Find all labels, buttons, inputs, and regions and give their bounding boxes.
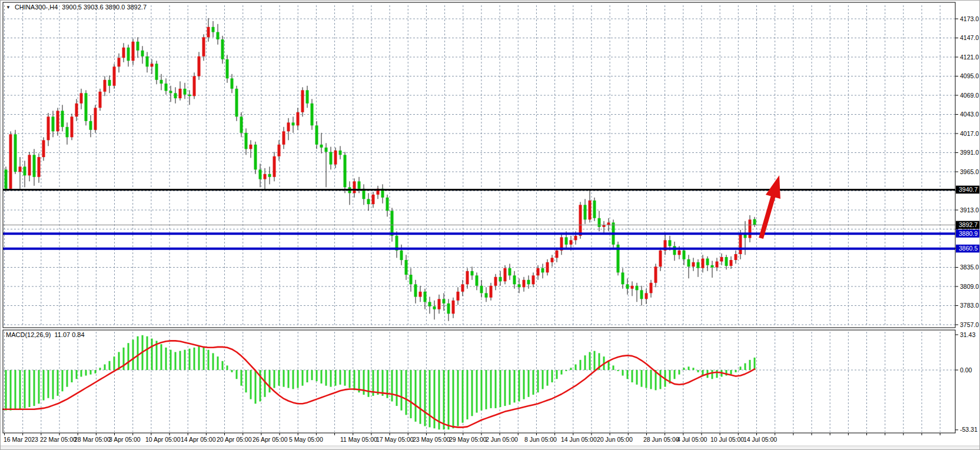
macd-indicator-label: MACD(12,26,9) 11.07 0.84	[6, 331, 85, 339]
svg-text:17 May 05:00: 17 May 05:00	[376, 436, 414, 443]
symbol-period-label: CHINA300-,H4	[15, 4, 58, 11]
svg-text:28 Mar 05:00: 28 Mar 05:00	[74, 436, 111, 443]
svg-text:3757.0: 3757.0	[960, 321, 979, 328]
svg-text:3835.0: 3835.0	[960, 264, 979, 271]
svg-text:2 Jun 05:00: 2 Jun 05:00	[486, 436, 518, 443]
svg-text:4173.0: 4173.0	[960, 15, 979, 22]
ohlc-values: 3900.5 3903.6 3890.0 3892.7	[62, 4, 147, 11]
svg-text:3965.0: 3965.0	[960, 168, 979, 175]
svg-text:31.43: 31.43	[960, 331, 975, 338]
svg-text:5 May 05:00: 5 May 05:00	[289, 436, 323, 443]
svg-text:4 Jul 05:00: 4 Jul 05:00	[677, 436, 707, 443]
svg-text:28 Jun 05:00: 28 Jun 05:00	[643, 436, 679, 443]
svg-text:3892.7: 3892.7	[959, 221, 978, 228]
svg-text:22 Mar 05:00: 22 Mar 05:00	[40, 436, 77, 443]
svg-text:3860.5: 3860.5	[959, 245, 978, 252]
svg-text:11 May 05:00: 11 May 05:00	[340, 436, 377, 443]
chart-title: ▼ CHINA300-,H4 3900.5 3903.6 3890.0 3892…	[6, 4, 147, 11]
macd-values-label: 11.07 0.84	[54, 331, 84, 339]
svg-text:14 Jun 05:00: 14 Jun 05:00	[561, 436, 597, 443]
symbol-dropdown-icon[interactable]: ▼	[6, 4, 11, 11]
svg-text:3940.7: 3940.7	[959, 186, 978, 193]
svg-text:4017.0: 4017.0	[960, 130, 979, 137]
svg-text:4121.0: 4121.0	[960, 54, 979, 61]
svg-text:8 Jun 05:00: 8 Jun 05:00	[524, 436, 557, 443]
svg-text:3809.0: 3809.0	[960, 283, 979, 290]
trading-chart-window: 4173.04147.04121.04095.04069.04043.04017…	[0, 0, 980, 450]
svg-text:3991.0: 3991.0	[960, 149, 979, 156]
svg-text:26 Apr 05:00: 26 Apr 05:00	[253, 436, 288, 443]
svg-text:-53.31: -53.31	[960, 426, 978, 433]
svg-text:3913.0: 3913.0	[960, 206, 979, 214]
svg-text:4095.0: 4095.0	[960, 72, 979, 79]
svg-text:10 Apr 05:00: 10 Apr 05:00	[145, 436, 181, 443]
svg-text:23 May 05:00: 23 May 05:00	[413, 436, 450, 443]
svg-text:3880.9: 3880.9	[959, 230, 978, 237]
svg-text:20 Jun 05:00: 20 Jun 05:00	[597, 436, 633, 443]
svg-text:10 Jul 05:00: 10 Jul 05:00	[710, 436, 744, 443]
svg-text:4069.0: 4069.0	[960, 92, 979, 99]
svg-text:3 Apr 05:00: 3 Apr 05:00	[109, 436, 141, 443]
svg-text:14 Jul 05:00: 14 Jul 05:00	[743, 436, 777, 443]
svg-text:29 May 05:00: 29 May 05:00	[449, 436, 487, 443]
chart-canvas[interactable]: 4173.04147.04121.04095.04069.04043.04017…	[1, 1, 980, 450]
status-strip	[1, 446, 980, 450]
svg-text:16 Mar 2023: 16 Mar 2023	[4, 436, 38, 443]
svg-text:0.00: 0.00	[960, 366, 972, 374]
svg-text:14 Apr 05:00: 14 Apr 05:00	[181, 436, 216, 443]
macd-name-label: MACD(12,26,9)	[6, 331, 51, 339]
svg-text:3783.0: 3783.0	[960, 302, 979, 309]
svg-text:20 Apr 05:00: 20 Apr 05:00	[217, 436, 252, 443]
svg-text:4043.0: 4043.0	[960, 111, 979, 118]
svg-text:4147.0: 4147.0	[960, 34, 979, 41]
